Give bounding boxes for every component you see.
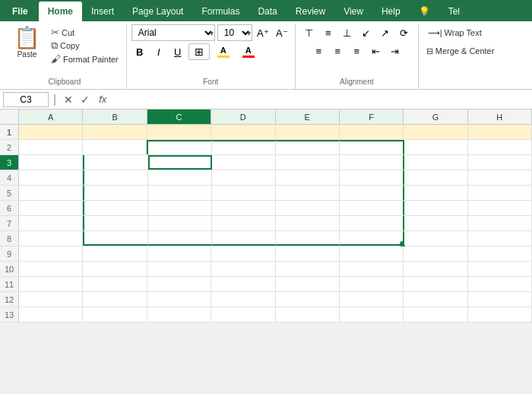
cell-b3[interactable] xyxy=(83,155,148,170)
font-name-select[interactable]: Arial xyxy=(131,24,215,41)
cell-e9[interactable] xyxy=(276,246,340,261)
col-header-e[interactable]: E xyxy=(276,110,340,124)
cell-d9[interactable] xyxy=(211,246,275,261)
cell-f7[interactable] xyxy=(340,216,404,230)
cell-f8[interactable] xyxy=(340,231,404,246)
cell-f9[interactable] xyxy=(340,246,404,261)
cell-e5[interactable] xyxy=(276,186,340,200)
cell-b2[interactable] xyxy=(83,140,147,154)
cell-h4[interactable] xyxy=(468,170,532,185)
cell-f12[interactable] xyxy=(340,292,404,307)
col-header-h[interactable]: H xyxy=(468,110,532,124)
cell-f11[interactable] xyxy=(340,277,404,291)
cell-h10[interactable] xyxy=(468,262,532,276)
cell-b12[interactable] xyxy=(83,292,147,307)
underline-button[interactable]: U xyxy=(169,43,186,60)
italic-button[interactable]: I xyxy=(150,43,167,60)
cell-e6[interactable] xyxy=(276,201,340,215)
cell-f13[interactable] xyxy=(340,307,404,322)
formula-input[interactable] xyxy=(112,94,529,105)
name-box[interactable] xyxy=(3,92,49,107)
tab-home[interactable]: Home xyxy=(39,2,82,21)
cell-a4[interactable] xyxy=(19,170,83,185)
cell-f6[interactable] xyxy=(340,201,404,215)
cell-d4[interactable] xyxy=(212,170,276,185)
cell-h11[interactable] xyxy=(468,277,532,291)
cell-g2[interactable] xyxy=(404,140,468,154)
cell-c3[interactable] xyxy=(148,155,212,170)
cell-c12[interactable] xyxy=(147,292,211,307)
cell-b5[interactable] xyxy=(83,186,148,200)
fill-color-button[interactable]: A xyxy=(212,43,235,60)
cell-h13[interactable] xyxy=(468,307,532,322)
cell-a5[interactable] xyxy=(19,186,83,200)
cell-d2[interactable] xyxy=(212,140,276,154)
cell-b4[interactable] xyxy=(83,170,148,185)
col-header-a[interactable]: A xyxy=(19,110,83,124)
cell-e4[interactable] xyxy=(276,170,340,185)
merge-center-button[interactable]: ⊟ Merge & Center xyxy=(423,43,498,59)
cell-g8[interactable] xyxy=(404,231,468,246)
cell-c8[interactable] xyxy=(148,231,212,246)
cell-g13[interactable] xyxy=(404,307,467,322)
cell-f10[interactable] xyxy=(340,262,404,276)
cell-g9[interactable] xyxy=(404,246,467,261)
cell-a2[interactable] xyxy=(19,140,83,154)
cell-b8[interactable] xyxy=(83,231,148,246)
cell-g1[interactable] xyxy=(404,125,467,139)
cell-d10[interactable] xyxy=(211,262,275,276)
confirm-formula-button[interactable]: ✓ xyxy=(78,92,93,107)
cell-b6[interactable] xyxy=(83,201,148,215)
bottom-align-button[interactable]: ⊥ xyxy=(338,24,356,41)
cell-c4[interactable] xyxy=(148,170,212,185)
cell-c13[interactable] xyxy=(147,307,211,322)
cell-f1[interactable] xyxy=(340,125,404,139)
cell-a1[interactable] xyxy=(19,125,83,139)
cell-a12[interactable] xyxy=(19,292,83,307)
cell-e7[interactable] xyxy=(276,216,340,230)
cell-b7[interactable] xyxy=(83,216,148,230)
cell-d13[interactable] xyxy=(211,307,275,322)
cell-a10[interactable] xyxy=(19,262,83,276)
cell-g12[interactable] xyxy=(404,292,467,307)
cell-c5[interactable] xyxy=(148,186,212,200)
cell-b1[interactable] xyxy=(83,125,147,139)
cell-e1[interactable] xyxy=(276,125,340,139)
align-center-button[interactable]: ≡ xyxy=(328,43,347,59)
cell-g4[interactable] xyxy=(404,170,468,185)
cell-f3[interactable] xyxy=(340,155,404,170)
cell-h5[interactable] xyxy=(468,186,532,200)
cell-e10[interactable] xyxy=(276,262,340,276)
tab-lightbulb[interactable]: 💡 xyxy=(410,2,439,21)
cell-h7[interactable] xyxy=(468,216,532,230)
cell-a8[interactable] xyxy=(19,231,83,246)
col-header-c[interactable]: C xyxy=(147,110,211,124)
col-header-g[interactable]: G xyxy=(404,110,467,124)
cell-d5[interactable] xyxy=(212,186,276,200)
paste-button[interactable]: 📋 Paste xyxy=(8,24,46,62)
tab-review[interactable]: Review xyxy=(287,2,334,21)
cell-e8[interactable] xyxy=(276,231,340,246)
bold-button[interactable]: B xyxy=(131,43,148,60)
cell-d12[interactable] xyxy=(211,292,275,307)
cell-b11[interactable] xyxy=(83,277,147,291)
indent-decrease-button[interactable]: ↙ xyxy=(357,24,375,41)
cell-e2[interactable] xyxy=(276,140,340,154)
cell-f5[interactable] xyxy=(340,186,404,200)
text-rotate-button[interactable]: ⟳ xyxy=(395,24,413,41)
cell-b10[interactable] xyxy=(83,262,147,276)
cell-h12[interactable] xyxy=(468,292,532,307)
cell-h9[interactable] xyxy=(468,246,532,261)
tab-data[interactable]: Data xyxy=(249,2,286,21)
font-color-button[interactable]: A xyxy=(237,43,260,60)
cell-a7[interactable] xyxy=(19,216,83,230)
increase-indent-button[interactable]: ⇥ xyxy=(385,43,404,59)
indent-increase-button[interactable]: ↗ xyxy=(376,24,394,41)
cell-d8[interactable] xyxy=(212,231,276,246)
cell-a11[interactable] xyxy=(19,277,83,291)
cell-d7[interactable] xyxy=(212,216,276,230)
tab-page-layout[interactable]: Page Layout xyxy=(123,2,192,21)
cell-a13[interactable] xyxy=(19,307,83,322)
cell-c1[interactable] xyxy=(147,125,211,139)
tab-view[interactable]: View xyxy=(334,2,372,21)
